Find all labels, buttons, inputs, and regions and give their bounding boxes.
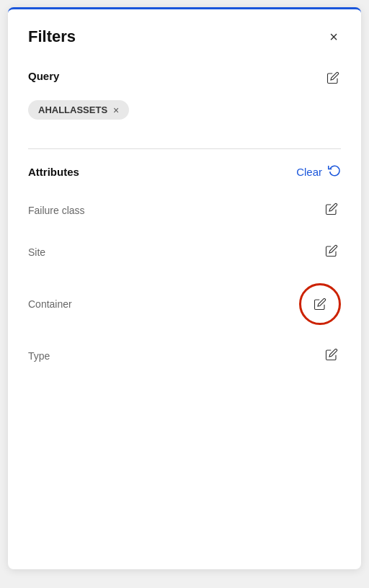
filter-row-failure-class: Failure class: [28, 200, 341, 221]
tag-remove-button[interactable]: ×: [113, 105, 119, 115]
panel-title: Filters: [28, 27, 76, 46]
attributes-header: Attributes Clear: [28, 164, 341, 179]
filter-label-type: Type: [28, 350, 50, 362]
filter-label-site: Site: [28, 246, 45, 258]
filter-row-container: Container: [28, 283, 341, 325]
query-section: Query: [28, 70, 341, 89]
query-tag: AHALLASSETS ×: [28, 100, 129, 120]
filter-edit-failure-class[interactable]: [322, 200, 341, 221]
close-button[interactable]: ×: [326, 27, 341, 47]
filter-edit-type[interactable]: [322, 345, 341, 367]
attributes-label: Attributes: [28, 166, 79, 178]
filter-edit-site[interactable]: [322, 241, 341, 263]
filters-panel: Filters × Query AHALLASSETS × Attributes…: [8, 7, 361, 569]
container-edit-wrapper[interactable]: [299, 283, 341, 325]
tag-value: AHALLASSETS: [38, 104, 107, 115]
filter-row-site: Site: [28, 241, 341, 263]
attributes-actions: Clear: [296, 164, 341, 179]
filter-label-failure-class: Failure class: [28, 205, 85, 216]
query-label: Query: [28, 70, 59, 82]
filter-row-type: Type: [28, 345, 341, 367]
query-edit-icon[interactable]: [325, 70, 341, 89]
section-divider: [28, 148, 341, 149]
clear-button[interactable]: Clear: [296, 166, 322, 178]
refresh-icon[interactable]: [328, 164, 341, 179]
filter-label-container: Container: [28, 298, 72, 310]
panel-header: Filters ×: [28, 27, 341, 47]
container-highlight-circle: [299, 283, 341, 325]
